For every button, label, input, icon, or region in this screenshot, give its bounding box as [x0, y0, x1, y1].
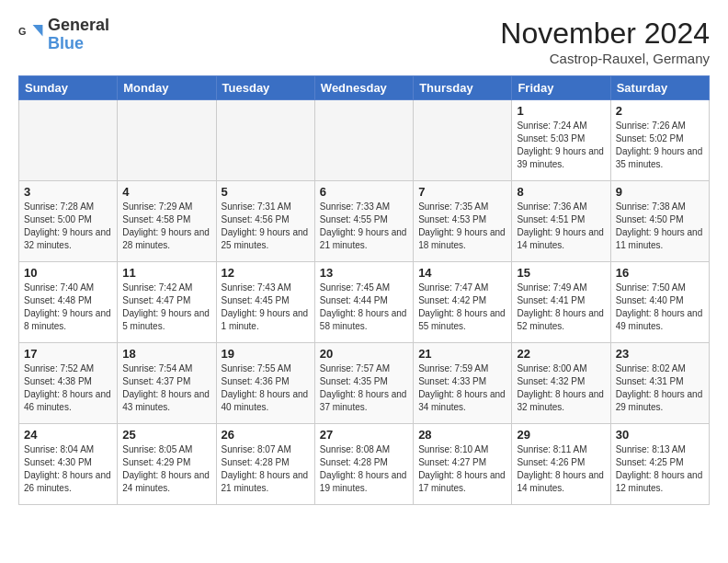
day-number: 27 — [320, 428, 408, 442]
day-info: Sunrise: 7:43 AM Sunset: 4:45 PM Dayligh… — [222, 282, 310, 333]
month-title: November 2024 — [500, 17, 710, 51]
day-info: Sunrise: 7:47 AM Sunset: 4:42 PM Dayligh… — [418, 282, 506, 333]
day-info: Sunrise: 7:36 AM Sunset: 4:51 PM Dayligh… — [517, 201, 605, 252]
day-number: 11 — [122, 266, 210, 280]
day-number: 26 — [222, 428, 310, 442]
day-number: 5 — [222, 185, 310, 199]
day-info: Sunrise: 7:57 AM Sunset: 4:35 PM Dayligh… — [320, 362, 408, 414]
day-number: 23 — [616, 347, 704, 361]
day-info: Sunrise: 7:38 AM Sunset: 4:50 PM Dayligh… — [616, 201, 704, 252]
day-number: 24 — [24, 428, 112, 442]
calendar-cell: 12Sunrise: 7:43 AM Sunset: 4:45 PM Dayli… — [216, 262, 314, 343]
calendar: SundayMondayTuesdayWednesdayThursdayFrid… — [18, 75, 710, 505]
header: G General Blue November 2024 Castrop-Rau… — [18, 17, 710, 66]
col-header-monday: Monday — [118, 76, 216, 100]
calendar-cell: 10Sunrise: 7:40 AM Sunset: 4:48 PM Dayli… — [19, 262, 118, 343]
day-info: Sunrise: 7:55 AM Sunset: 4:36 PM Dayligh… — [222, 362, 310, 414]
calendar-cell: 29Sunrise: 8:11 AM Sunset: 4:26 PM Dayli… — [512, 424, 610, 505]
day-number: 10 — [24, 266, 112, 280]
calendar-cell — [414, 100, 512, 181]
calendar-cell — [19, 100, 118, 181]
day-number: 16 — [616, 266, 704, 280]
calendar-cell: 16Sunrise: 7:50 AM Sunset: 4:40 PM Dayli… — [610, 262, 709, 343]
col-header-tuesday: Tuesday — [216, 76, 314, 100]
calendar-cell: 25Sunrise: 8:05 AM Sunset: 4:29 PM Dayli… — [118, 424, 216, 505]
logo-general: General — [48, 16, 109, 34]
day-info: Sunrise: 8:13 AM Sunset: 4:25 PM Dayligh… — [616, 443, 704, 495]
day-number: 20 — [320, 347, 408, 361]
calendar-cell: 30Sunrise: 8:13 AM Sunset: 4:25 PM Dayli… — [610, 424, 709, 505]
day-number: 9 — [616, 185, 704, 199]
day-info: Sunrise: 7:24 AM Sunset: 5:03 PM Dayligh… — [517, 120, 605, 171]
col-header-friday: Friday — [512, 76, 610, 100]
calendar-cell: 9Sunrise: 7:38 AM Sunset: 4:50 PM Daylig… — [610, 181, 709, 262]
day-number: 12 — [222, 266, 310, 280]
calendar-cell: 21Sunrise: 7:59 AM Sunset: 4:33 PM Dayli… — [414, 343, 512, 424]
day-info: Sunrise: 8:10 AM Sunset: 4:27 PM Dayligh… — [418, 443, 506, 495]
calendar-cell: 7Sunrise: 7:35 AM Sunset: 4:53 PM Daylig… — [414, 181, 512, 262]
day-info: Sunrise: 7:52 AM Sunset: 4:38 PM Dayligh… — [24, 362, 112, 414]
day-number: 3 — [24, 185, 112, 199]
calendar-header-row: SundayMondayTuesdayWednesdayThursdayFrid… — [19, 76, 710, 100]
calendar-cell: 14Sunrise: 7:47 AM Sunset: 4:42 PM Dayli… — [414, 262, 512, 343]
calendar-cell: 5Sunrise: 7:31 AM Sunset: 4:56 PM Daylig… — [216, 181, 314, 262]
calendar-cell: 1Sunrise: 7:24 AM Sunset: 5:03 PM Daylig… — [512, 100, 610, 181]
day-info: Sunrise: 8:07 AM Sunset: 4:28 PM Dayligh… — [222, 443, 310, 495]
day-number: 13 — [320, 266, 408, 280]
day-number: 25 — [122, 428, 210, 442]
svg-marker-1 — [33, 25, 43, 36]
calendar-cell: 23Sunrise: 8:02 AM Sunset: 4:31 PM Dayli… — [610, 343, 709, 424]
calendar-cell: 24Sunrise: 8:04 AM Sunset: 4:30 PM Dayli… — [19, 424, 118, 505]
logo-blue: Blue — [48, 34, 84, 52]
calendar-cell: 13Sunrise: 7:45 AM Sunset: 4:44 PM Dayli… — [314, 262, 413, 343]
day-number: 28 — [418, 428, 506, 442]
logo: G General Blue — [18, 17, 109, 53]
day-number: 15 — [517, 266, 605, 280]
col-header-wednesday: Wednesday — [314, 76, 413, 100]
day-number: 19 — [222, 347, 310, 361]
location: Castrop-Rauxel, Germany — [500, 51, 710, 66]
calendar-week-2: 3Sunrise: 7:28 AM Sunset: 5:00 PM Daylig… — [19, 181, 710, 262]
calendar-cell: 26Sunrise: 8:07 AM Sunset: 4:28 PM Dayli… — [216, 424, 314, 505]
calendar-cell: 28Sunrise: 8:10 AM Sunset: 4:27 PM Dayli… — [414, 424, 512, 505]
day-info: Sunrise: 7:35 AM Sunset: 4:53 PM Dayligh… — [418, 201, 506, 252]
day-number: 29 — [517, 428, 605, 442]
calendar-cell: 18Sunrise: 7:54 AM Sunset: 4:37 PM Dayli… — [118, 343, 216, 424]
calendar-week-3: 10Sunrise: 7:40 AM Sunset: 4:48 PM Dayli… — [19, 262, 710, 343]
calendar-cell — [314, 100, 413, 181]
calendar-cell: 22Sunrise: 8:00 AM Sunset: 4:32 PM Dayli… — [512, 343, 610, 424]
day-info: Sunrise: 7:33 AM Sunset: 4:55 PM Dayligh… — [320, 201, 408, 252]
calendar-cell: 20Sunrise: 7:57 AM Sunset: 4:35 PM Dayli… — [314, 343, 413, 424]
day-number: 4 — [122, 185, 210, 199]
logo-icon: G — [18, 22, 44, 48]
calendar-cell: 19Sunrise: 7:55 AM Sunset: 4:36 PM Dayli… — [216, 343, 314, 424]
svg-text:G: G — [18, 26, 26, 37]
day-number: 21 — [418, 347, 506, 361]
calendar-cell: 6Sunrise: 7:33 AM Sunset: 4:55 PM Daylig… — [314, 181, 413, 262]
col-header-sunday: Sunday — [19, 76, 118, 100]
title-section: November 2024 Castrop-Rauxel, Germany — [500, 17, 710, 66]
day-info: Sunrise: 7:28 AM Sunset: 5:00 PM Dayligh… — [24, 201, 112, 252]
calendar-cell: 27Sunrise: 8:08 AM Sunset: 4:28 PM Dayli… — [314, 424, 413, 505]
calendar-cell: 2Sunrise: 7:26 AM Sunset: 5:02 PM Daylig… — [610, 100, 709, 181]
day-number: 30 — [616, 428, 704, 442]
day-info: Sunrise: 8:04 AM Sunset: 4:30 PM Dayligh… — [24, 443, 112, 495]
page: G General Blue November 2024 Castrop-Rau… — [0, 0, 728, 514]
calendar-cell: 3Sunrise: 7:28 AM Sunset: 5:00 PM Daylig… — [19, 181, 118, 262]
calendar-cell — [118, 100, 216, 181]
day-number: 6 — [320, 185, 408, 199]
col-header-thursday: Thursday — [414, 76, 512, 100]
calendar-week-1: 1Sunrise: 7:24 AM Sunset: 5:03 PM Daylig… — [19, 100, 710, 181]
day-info: Sunrise: 7:40 AM Sunset: 4:48 PM Dayligh… — [24, 282, 112, 333]
calendar-week-5: 24Sunrise: 8:04 AM Sunset: 4:30 PM Dayli… — [19, 424, 710, 505]
day-info: Sunrise: 7:59 AM Sunset: 4:33 PM Dayligh… — [418, 362, 506, 414]
day-info: Sunrise: 8:08 AM Sunset: 4:28 PM Dayligh… — [320, 443, 408, 495]
calendar-cell — [216, 100, 314, 181]
day-info: Sunrise: 8:05 AM Sunset: 4:29 PM Dayligh… — [122, 443, 210, 495]
calendar-week-4: 17Sunrise: 7:52 AM Sunset: 4:38 PM Dayli… — [19, 343, 710, 424]
day-info: Sunrise: 7:49 AM Sunset: 4:41 PM Dayligh… — [517, 282, 605, 333]
day-number: 8 — [517, 185, 605, 199]
day-number: 17 — [24, 347, 112, 361]
calendar-cell: 11Sunrise: 7:42 AM Sunset: 4:47 PM Dayli… — [118, 262, 216, 343]
calendar-cell: 17Sunrise: 7:52 AM Sunset: 4:38 PM Dayli… — [19, 343, 118, 424]
